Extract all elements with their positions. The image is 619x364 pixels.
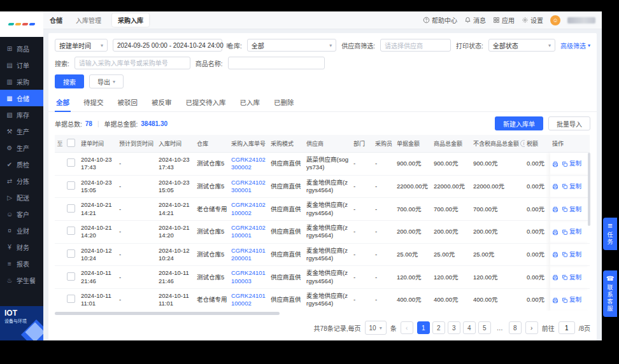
supplier-filter-select[interactable]: 请选择供应商: [380, 39, 451, 52]
status-tab-1[interactable]: 待提交: [82, 94, 105, 111]
print-icon[interactable]: [552, 161, 559, 167]
row-checkbox[interactable]: [67, 295, 75, 303]
sidebar-item-production2[interactable]: ⚙生产: [0, 139, 43, 156]
cell-order_no[interactable]: CGRK24102300001: [229, 175, 269, 198]
sidebar-item-quality[interactable]: ✔质检: [0, 156, 43, 172]
page-button-1[interactable]: 1: [417, 321, 430, 334]
copy-button[interactable]: 复制: [562, 296, 581, 304]
status-tab-4[interactable]: 已提交待入库: [185, 94, 227, 111]
column-3: 仓库: [195, 135, 229, 153]
page-size-select[interactable]: 10 ▾: [365, 321, 387, 335]
summary-actions: 新建入库单 批量导入: [495, 116, 590, 130]
cell-order_no[interactable]: CGRK24101100003: [229, 266, 269, 289]
sidebar-item-studentmeal[interactable]: ♨学生餐: [0, 272, 43, 288]
sidebar-item-delivery[interactable]: ▷配送: [0, 189, 43, 206]
tasks-widget[interactable]: ≣ 任务: [603, 218, 617, 250]
horizontal-scrollbar[interactable]: [55, 312, 280, 315]
page-button-5[interactable]: 5: [478, 321, 491, 334]
row-checkbox[interactable]: [67, 204, 75, 213]
print-icon[interactable]: [552, 251, 559, 258]
print-icon[interactable]: [552, 229, 559, 235]
sidebar-item-warehouse[interactable]: ▦仓储: [0, 90, 43, 106]
copy-button[interactable]: 复制: [562, 274, 581, 281]
cell-no_tax_amount: 400.00元: [471, 289, 525, 311]
date-range-picker[interactable]: 2024-09-25 00:00 - 2024-10-24 24:00 ▦: [113, 39, 222, 52]
goods-name-input[interactable]: [228, 57, 325, 69]
cell-amount: 400.00元: [395, 289, 432, 311]
status-tab-5[interactable]: 已入库: [239, 94, 262, 111]
cell-goods_amount: 900.00元: [432, 153, 471, 176]
copy-button[interactable]: 复制: [562, 206, 581, 213]
time-type-select[interactable]: 按建单时间 ▾: [55, 39, 108, 52]
search-input[interactable]: [75, 57, 190, 69]
page-button-2[interactable]: 2: [432, 321, 445, 334]
goto-page-input[interactable]: [559, 321, 575, 334]
status-tab-6[interactable]: 已删除: [273, 94, 295, 111]
print-icon[interactable]: [552, 274, 559, 281]
cell-supplier: 麦金地供应商(zrgys4564): [304, 289, 352, 311]
row-checkbox[interactable]: [67, 227, 75, 235]
sidebar-item-report[interactable]: ≡报表: [0, 255, 43, 272]
tab-inbound-management[interactable]: 入库管理: [70, 13, 107, 27]
row-checkbox[interactable]: [67, 249, 75, 258]
chevron-down-icon: ▾: [548, 43, 551, 48]
cell-order_no[interactable]: CGRK24101100002: [229, 289, 269, 311]
row-checkbox[interactable]: [67, 181, 75, 190]
page-button-4[interactable]: 4: [463, 321, 476, 334]
breadcrumb-root[interactable]: 仓储: [50, 15, 65, 25]
sidebar-item-customer[interactable]: ☺客户: [0, 206, 43, 222]
cell-order_no[interactable]: CGRK24102300002: [229, 153, 269, 176]
status-tab-0[interactable]: 全部: [55, 94, 71, 111]
sidebar-item-finance[interactable]: ¥财务: [0, 239, 43, 255]
create-inbound-button[interactable]: 新建入库单: [495, 116, 543, 130]
select-all-checkbox[interactable]: [67, 139, 75, 147]
tab-purchase-inbound[interactable]: 采购入库: [112, 13, 149, 27]
copy-button[interactable]: 复制: [562, 251, 581, 258]
copy-button[interactable]: 复制: [562, 228, 581, 235]
export-button[interactable]: 导出 ▾: [89, 74, 124, 88]
warehouse-filter-label: 仓库:: [227, 41, 242, 50]
cell-tax: 0.00元: [525, 198, 550, 221]
advanced-filter-link[interactable]: 高级筛选 ▾: [560, 41, 590, 50]
row-checkbox[interactable]: [67, 272, 75, 281]
print-status-value: 全部状态: [493, 41, 546, 50]
sidebar-item-sorting[interactable]: ⇄分拣: [0, 172, 43, 189]
page-button-8[interactable]: 8: [509, 321, 522, 334]
cell-order_no[interactable]: CGRK24102100001: [229, 221, 269, 244]
doc-count-value: 78: [85, 120, 92, 127]
batch-import-button[interactable]: 批量导入: [548, 116, 590, 130]
next-page-button[interactable]: ›: [525, 321, 538, 334]
status-tab-2[interactable]: 被驳回: [117, 94, 139, 111]
row-checkbox[interactable]: [67, 158, 75, 167]
sidebar-item-bizfinance[interactable]: ¤业财: [0, 222, 43, 239]
help-center-button[interactable]: 帮助中心: [423, 15, 457, 25]
apps-button[interactable]: 应用: [493, 15, 515, 25]
search-button[interactable]: 搜索: [55, 74, 84, 88]
sidebar-item-production[interactable]: ⚒生产: [0, 123, 43, 139]
cell-in_time: 2024-10-23 15:05: [157, 175, 195, 198]
print-icon[interactable]: [552, 297, 559, 304]
prev-page-button[interactable]: ‹: [401, 321, 413, 334]
copy-button[interactable]: 复制: [562, 183, 581, 190]
customer-service-widget[interactable]: ☎ 联系客服: [603, 270, 617, 317]
vertical-scrollbar[interactable]: [588, 153, 590, 226]
settings-button[interactable]: 设置: [522, 15, 543, 25]
sidebar-item-purchase[interactable]: ▥采购: [0, 73, 43, 90]
print-icon[interactable]: [552, 206, 559, 213]
cell-warehouse: 测试仓库5: [195, 221, 229, 244]
status-tab-3[interactable]: 被反审: [150, 94, 173, 111]
print-icon[interactable]: [552, 183, 559, 190]
page-button-3[interactable]: 3: [448, 321, 460, 334]
user-name-redacted[interactable]: [567, 17, 595, 24]
user-avatar[interactable]: ☺: [550, 15, 560, 25]
messages-button[interactable]: 消息: [464, 15, 486, 25]
cell-order_no[interactable]: CGRK24102100002: [229, 198, 269, 221]
cell-order_no[interactable]: CGRK24101200001: [229, 243, 269, 266]
print-status-select[interactable]: 全部状态 ▾: [488, 39, 555, 52]
warehouse-select[interactable]: 全部 ▾: [247, 39, 337, 52]
sidebar-item-inventory[interactable]: ▧库存: [0, 106, 43, 123]
copy-button[interactable]: 复制: [562, 160, 581, 167]
sidebar-item-orders[interactable]: ▤订单: [0, 57, 43, 73]
table-row: 2024-10-23 15:05-2024-10-23 15:05测试仓库5CG…: [55, 175, 590, 198]
sidebar-item-goods[interactable]: ⊞商品: [0, 40, 43, 57]
